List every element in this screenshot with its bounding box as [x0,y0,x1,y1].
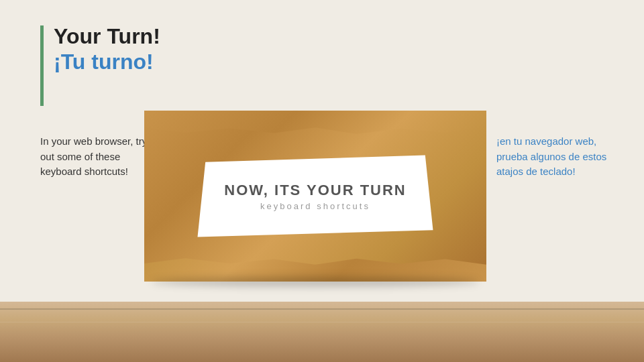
paper-reveal: NOW, ITS YOUR TURN keyboard shortcuts [184,147,446,245]
right-description: ¡en tu navegador web, prueba algunos de … [496,134,614,180]
title-line2: ¡Tu turno! [54,49,160,74]
title-line1: Your Turn! [54,23,160,49]
accent-bar [40,25,44,106]
slide-content: Your Turn! ¡Tu turno! In your web browse… [0,0,644,362]
image-shadow [151,277,480,287]
image-container: NOW, ITS YOUR TURN keyboard shortcuts [144,111,486,282]
image-sub-text: keyboard shortcuts [260,201,370,211]
torn-paper-image: NOW, ITS YOUR TURN keyboard shortcuts [144,111,486,282]
image-main-text: NOW, ITS YOUR TURN [224,182,407,199]
title-section: Your Turn! ¡Tu turno! [54,23,160,75]
left-description: In your web browser, try out some of the… [40,134,148,180]
